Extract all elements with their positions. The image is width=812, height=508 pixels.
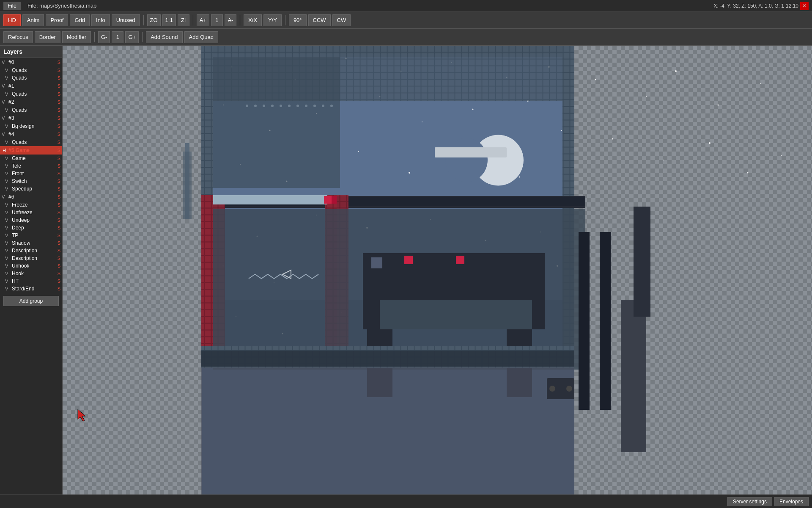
layer-v-icon: V [2,99,7,105]
modifier-button[interactable]: Modifier [62,31,91,43]
ccw-button[interactable]: CCW [308,14,331,26]
add-group-button[interactable]: Add group [3,296,59,306]
list-item[interactable]: V Bg design S [0,122,62,130]
layer-group-4[interactable]: V #4 S [0,130,62,138]
unused-button[interactable]: Unused [112,14,140,26]
list-item[interactable]: V Undeep S [0,216,62,224]
svg-rect-68 [213,57,340,188]
list-item[interactable]: V TP S [0,232,62,239]
close-button[interactable]: ✕ [800,2,809,10]
xx-button[interactable]: X/X [244,14,262,26]
svg-point-107 [296,105,299,107]
layer-name: Hook [12,271,57,276]
layer-group-2[interactable]: V #2 S [0,98,62,106]
layer-v-icon: V [5,218,10,223]
envelopes-button[interactable]: Envelopes [774,497,809,506]
layer-v-icon: V [2,132,7,137]
rotate90-button[interactable]: 90° [289,14,307,26]
list-item[interactable]: V Hook S [0,270,62,277]
yy-button[interactable]: Y/Y [263,14,282,26]
border-button[interactable]: Border [35,31,60,43]
svg-point-111 [330,105,333,107]
g-plus-button[interactable]: G+ [125,31,139,43]
proof-button[interactable]: Proof [46,14,68,26]
layer-s-icon: S [58,132,60,137]
list-item[interactable]: V Shadow S [0,239,62,247]
layer-name: Unfreeze [12,210,57,215]
list-item[interactable]: V Speedup S [0,185,62,193]
map-canvas-area[interactable] [63,46,812,494]
cw-button[interactable]: CW [332,14,351,26]
statusbar: Server settings Envelopes [0,494,812,508]
list-item[interactable]: V Description S [0,247,62,254]
server-settings-button[interactable]: Server settings [727,497,772,506]
layer-group-5-game[interactable]: H #5 Game S [0,146,62,155]
list-item[interactable]: V Freeze S [0,201,62,209]
svg-rect-79 [332,196,337,204]
layer-group-1[interactable]: V #1 S [0,82,62,90]
layer-s-icon: S [58,218,60,223]
layer-name: TP [12,232,57,238]
list-item[interactable]: V Front S [0,170,62,177]
add-quad-button[interactable]: Add Quad [184,31,219,43]
sidebar-item-switch[interactable]: V Switch S [0,177,62,185]
layer-group-3[interactable]: V #3 S [0,114,62,122]
layer-s-icon: S [58,202,60,207]
list-item[interactable]: V Quads S [0,138,62,146]
layer-v-icon: V [5,163,10,168]
layers-header[interactable]: Layers [0,46,62,58]
layer-name: Shadow [12,240,57,246]
list-item[interactable]: V Quads S [0,74,62,82]
layer-s-icon: S [58,186,60,191]
list-item[interactable]: V Stard/End S [0,285,62,293]
refocus-button[interactable]: Refocus [3,31,33,43]
list-item[interactable]: V HT S [0,277,62,285]
list-item[interactable]: V Deep S [0,224,62,232]
svg-rect-70 [435,147,507,157]
svg-point-106 [288,105,291,107]
zoom-in-button[interactable]: ZI [178,14,189,26]
svg-rect-89 [201,351,574,367]
layer-v-icon: V [2,83,7,88]
svg-point-110 [322,105,324,107]
layer-v-icon: V [5,68,10,73]
layer-s-icon: S [58,60,60,65]
hd-button[interactable]: HD [3,14,21,26]
layer-s-icon: S [58,263,60,268]
layer-name: Front [12,171,57,177]
svg-point-103 [263,105,265,107]
list-item[interactable]: V Quads S [0,106,62,114]
layer-v-icon: V [5,225,10,230]
layer-name: Undeep [12,217,57,223]
layer-s-icon: S [58,179,60,184]
layer-s-icon: S [58,210,60,215]
svg-rect-84 [380,300,532,329]
layer-group-6[interactable]: V #6 S [0,193,62,201]
list-item[interactable]: V Quads S [0,66,62,74]
anim-button[interactable]: Anim [22,14,44,26]
list-item[interactable]: V Tele S [0,162,62,170]
list-item[interactable]: V Unfreeze S [0,209,62,216]
layer-s-icon: S [58,240,60,246]
layer-group-0[interactable]: V #0 S [0,58,62,66]
a-plus-button[interactable]: A+ [197,14,209,26]
file-menu[interactable]: File [3,2,21,10]
list-item[interactable]: V Game S [0,155,62,162]
zoom-out-button[interactable]: ZO [147,14,161,26]
svg-point-28 [358,151,359,152]
a-minus-button[interactable]: A- [225,14,236,26]
layer-group-label: #6 [8,194,57,200]
info-button[interactable]: Info [91,14,110,26]
g-minus-button[interactable]: G- [98,31,110,43]
toolbar-row1: HD Anim Proof Grid Info Unused ZO 1:1 ZI… [0,12,812,29]
grid-button[interactable]: Grid [70,14,90,26]
sidebar-item-unhook[interactable]: V Unhook S [0,262,62,270]
add-sound-button[interactable]: Add Sound [146,31,182,43]
layer-v-icon: V [5,240,10,246]
svg-point-25 [561,130,562,131]
layer-s-icon: S [58,116,60,121]
list-item[interactable]: V Quads S [0,90,62,98]
list-item[interactable]: V Description S [0,254,62,262]
layer-group-label: #0 [8,59,57,65]
svg-point-99 [549,386,555,392]
